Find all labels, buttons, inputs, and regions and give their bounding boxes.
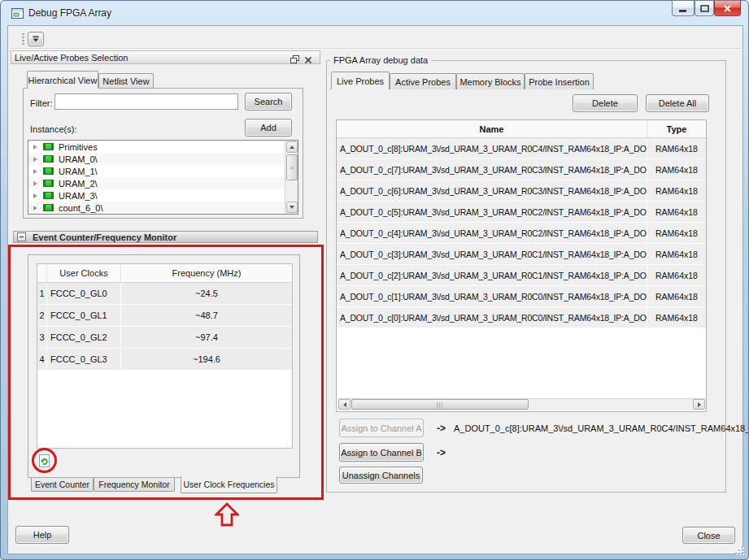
logic-chip-icon — [43, 155, 54, 163]
table-row[interactable]: A_DOUT_0_c[3]:URAM_3\/sd_URAM_3_URAM_R0C… — [337, 244, 706, 265]
live-probes-table: Name Type A_DOUT_0_c[8]:URAM_3\/sd_URAM_… — [336, 119, 707, 412]
event-counter-section-header[interactable]: Event Counter/Frequency Monitor — [13, 231, 318, 243]
row-number: 3 — [37, 327, 47, 348]
unassign-channels-button[interactable]: Unassign Channels — [339, 467, 423, 484]
add-button-label: Add — [260, 123, 277, 132]
expand-icon[interactable] — [33, 157, 37, 162]
close-window-button[interactable] — [714, 1, 741, 16]
probe-name: A_DOUT_0_c[7]:URAM_3\/sd_URAM_3_URAM_R0C… — [337, 159, 647, 180]
expand-icon[interactable] — [33, 169, 37, 174]
clock-frequency: ~97.4 — [121, 327, 292, 348]
instance-tree: Primitives URAM_0\ URAM_1\ URAM_2\ URAM_… — [28, 140, 298, 215]
minimize-button[interactable] — [672, 1, 695, 16]
expand-icon[interactable] — [33, 206, 37, 211]
scroll-down-button[interactable] — [286, 202, 298, 213]
tab-user-clock-frequencies[interactable]: User Clock Frequencies — [181, 476, 277, 493]
scroll-left-button[interactable] — [338, 399, 351, 410]
expand-icon[interactable] — [33, 145, 37, 150]
table-row[interactable]: A_DOUT_0_c[1]:URAM_3\/sd_URAM_3_URAM_R0C… — [337, 286, 706, 307]
tree-item-count6[interactable]: count_6_0\ — [28, 202, 298, 214]
row-number: 2 — [37, 305, 47, 326]
tree-item-uram2[interactable]: URAM_2\ — [28, 177, 298, 189]
scroll-right-button[interactable] — [693, 399, 705, 410]
refresh-frequencies-button[interactable] — [39, 454, 50, 471]
tree-scrollbar[interactable]: ≡ — [285, 141, 298, 214]
tab-netlist-view[interactable]: Netlist View — [98, 73, 154, 89]
search-button[interactable]: Search — [245, 93, 292, 111]
tree-item-label: Primitives — [59, 142, 98, 152]
scrollbar-thumb[interactable]: ≡ — [286, 154, 298, 180]
probe-name: A_DOUT_0_c[4]:URAM_3\/sd_URAM_3_URAM_R0C… — [337, 223, 647, 243]
probes-selection-title: Live/Active Probes Selection — [15, 53, 128, 63]
toolbar-drag-handle[interactable] — [22, 33, 24, 46]
title-bar[interactable]: Debug FPGA Array — [1, 1, 748, 25]
assign-channel-b-button[interactable]: Assign to Channel B — [339, 443, 424, 462]
type-column-header[interactable]: Type — [647, 120, 706, 137]
table-row[interactable]: A_DOUT_0_c[8]:URAM_3\/sd_URAM_3_URAM_R0C… — [337, 138, 706, 159]
probe-name: A_DOUT_0_c[6]:URAM_3\/sd_URAM_3_URAM_R0C… — [337, 180, 647, 201]
name-column-header[interactable]: Name — [337, 120, 647, 137]
channel-a-arrow: -> — [437, 423, 446, 434]
user-clock-frequency-table: User Clocks Frequency (MHz) 1 FCCC_0_GL0… — [37, 263, 293, 449]
table-row[interactable]: A_DOUT_0_c[2]:URAM_3\/sd_URAM_3_URAM_R0C… — [337, 265, 706, 286]
user-clocks-column-header[interactable]: User Clocks — [47, 264, 121, 282]
scrollbar-thumb[interactable]: ||| — [351, 399, 529, 410]
resize-grip[interactable] — [735, 546, 743, 554]
table-row: 1 FCCC_0_GL0 ~24.5 — [37, 283, 292, 305]
tab-probe-insertion[interactable]: Probe Insertion — [525, 73, 594, 89]
tab-frequency-monitor[interactable]: Frequency Monitor — [94, 478, 175, 492]
dialog-close-button[interactable]: Close — [682, 527, 735, 544]
tab-active-probes[interactable]: Active Probes — [390, 73, 456, 89]
table-row[interactable]: A_DOUT_0_c[7]:URAM_3\/sd_URAM_3_URAM_R0C… — [337, 159, 706, 180]
tree-item-uram1[interactable]: URAM_1\ — [28, 165, 298, 177]
tab-live-probes[interactable]: Live Probes — [331, 72, 390, 89]
expand-icon[interactable] — [33, 193, 37, 198]
table-row[interactable]: A_DOUT_0_c[4]:URAM_3\/sd_URAM_3_URAM_R0C… — [337, 223, 706, 244]
toolbar-dropdown-button[interactable] — [28, 32, 44, 46]
scroll-up-button[interactable] — [286, 141, 298, 153]
logic-chip-icon — [43, 204, 54, 211]
probes-table-hscrollbar[interactable]: ||| — [337, 398, 706, 410]
filter-label: Filter: — [30, 98, 53, 108]
clock-name: FCCC_0_GL2 — [47, 327, 121, 348]
tab-label: Event Counter — [35, 480, 89, 489]
expand-icon[interactable] — [33, 181, 37, 186]
tab-label: Probe Insertion — [529, 77, 590, 87]
frequency-column-header[interactable]: Frequency (MHz) — [121, 264, 292, 282]
assign-channel-a-button[interactable]: Assign to Channel A — [339, 419, 424, 437]
probe-name: A_DOUT_0_c[8]:URAM_3\/sd_URAM_3_URAM_R0C… — [337, 138, 647, 158]
tab-event-counter[interactable]: Event Counter — [31, 478, 94, 492]
tree-item-uram3[interactable]: URAM_3\ — [28, 189, 298, 202]
probe-type: RAM64x18 — [647, 223, 706, 243]
table-row[interactable]: A_DOUT_0_c[6]:URAM_3\/sd_URAM_3_URAM_R0C… — [337, 180, 706, 202]
tab-hierarchical-view[interactable]: Hierarchical View — [27, 71, 98, 89]
dock-float-button[interactable] — [290, 53, 299, 67]
add-button[interactable]: Add — [245, 119, 292, 137]
table-row[interactable]: A_DOUT_0_c[0]:URAM_3\/sd_URAM_3_URAM_R0C… — [337, 307, 706, 328]
tree-item-label: URAM_2\ — [59, 179, 98, 189]
tab-memory-blocks[interactable]: Memory Blocks — [456, 73, 525, 89]
collapse-icon[interactable] — [17, 232, 26, 241]
probe-type: RAM64x18 — [647, 138, 706, 158]
help-button[interactable]: Help — [15, 526, 69, 544]
delete-button[interactable]: Delete — [573, 94, 638, 112]
tree-item-uram0[interactable]: URAM_0\ — [28, 153, 298, 165]
delete-all-button-label: Delete All — [659, 98, 696, 108]
frequency-table-header: User Clocks Frequency (MHz) — [37, 264, 292, 283]
logic-chip-icon — [43, 180, 54, 187]
table-row[interactable]: A_DOUT_0_c[5]:URAM_3\/sd_URAM_3_URAM_R0C… — [337, 202, 706, 223]
maximize-button[interactable] — [695, 1, 714, 16]
dock-close-button[interactable] — [304, 53, 312, 67]
delete-button-label: Delete — [592, 98, 618, 108]
filter-input[interactable] — [54, 93, 238, 110]
float-panel-icon — [290, 55, 299, 64]
clock-name: FCCC_0_GL0 — [47, 283, 121, 304]
probes-selection-dock-header[interactable]: Live/Active Probes Selection — [11, 50, 320, 64]
tree-item-primitives[interactable]: Primitives — [28, 141, 298, 153]
annotation-up-arrow — [215, 502, 239, 530]
drop-down-icon — [32, 36, 40, 42]
probe-name: A_DOUT_0_c[1]:URAM_3\/sd_URAM_3_URAM_R0C… — [337, 286, 647, 306]
tab-label: User Clock Frequencies — [183, 480, 274, 489]
refresh-page-icon — [39, 454, 50, 467]
delete-all-button[interactable]: Delete All — [646, 94, 709, 112]
